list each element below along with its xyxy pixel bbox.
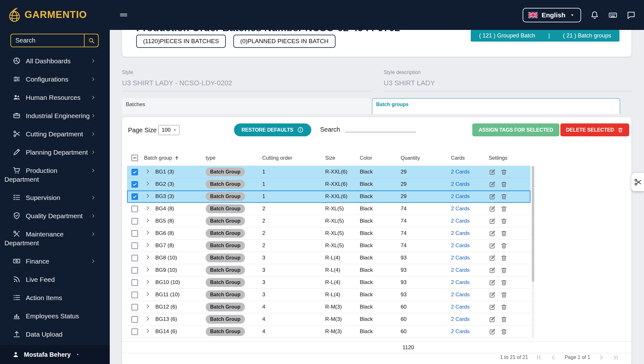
expand-row-icon[interactable] xyxy=(145,303,151,310)
planned-pieces-button[interactable]: (0)PLANNED PIECES IN BATCH xyxy=(233,35,335,48)
delete-icon[interactable] xyxy=(500,242,508,249)
column-header-batch-group[interactable]: Batch group xyxy=(141,155,203,161)
last-page-icon[interactable] xyxy=(612,354,619,361)
row-checkbox[interactable] xyxy=(131,193,138,200)
expand-row-icon[interactable] xyxy=(145,230,151,236)
tab-batches[interactable]: Batches xyxy=(122,98,372,114)
notifications-icon[interactable] xyxy=(590,10,599,20)
cards-link[interactable]: 2 Cards xyxy=(451,267,470,273)
select-all-checkbox[interactable] xyxy=(131,155,138,161)
row-checkbox[interactable] xyxy=(131,279,138,286)
expand-row-icon[interactable] xyxy=(145,217,151,224)
edit-icon[interactable] xyxy=(489,168,496,176)
sidebar-item-finance[interactable]: Finance xyxy=(0,252,110,270)
cards-link[interactable]: 2 Cards xyxy=(451,328,470,334)
cards-link[interactable]: 2 Cards xyxy=(451,193,470,199)
keyboard-icon[interactable] xyxy=(608,10,618,20)
sidebar-item-human-resources[interactable]: Human Resources xyxy=(0,88,110,107)
next-page-icon[interactable] xyxy=(598,354,605,361)
cards-link[interactable]: 2 Cards xyxy=(451,218,470,224)
row-checkbox[interactable] xyxy=(131,206,138,212)
row-checkbox[interactable] xyxy=(131,267,138,274)
first-page-icon[interactable] xyxy=(536,354,542,361)
sidebar-item-all-dashboards[interactable]: All Dashboards xyxy=(0,52,110,70)
cards-link[interactable]: 2 Cards xyxy=(451,255,470,261)
sidebar-item-quality-department[interactable]: Quality Department xyxy=(0,207,110,225)
column-header-cards[interactable]: Cards xyxy=(448,155,486,161)
sidebar-item-cutting-department[interactable]: Cutting Department xyxy=(0,125,110,143)
delete-icon[interactable] xyxy=(500,328,508,335)
delete-icon[interactable] xyxy=(500,279,508,286)
edit-icon[interactable] xyxy=(489,242,496,249)
delete-icon[interactable] xyxy=(500,254,508,262)
column-header-cutting-order[interactable]: Cutting order xyxy=(259,155,322,161)
cards-link[interactable]: 2 Cards xyxy=(451,206,470,212)
menu-icon[interactable] xyxy=(117,10,130,19)
assign-tags-button[interactable]: ASSIGN TAGS FOR SELECTED xyxy=(472,123,559,136)
row-checkbox[interactable] xyxy=(131,169,138,175)
edit-icon[interactable] xyxy=(489,205,496,213)
delete-selected-button[interactable]: DELETE SELECTED xyxy=(560,123,629,136)
sidebar-item-supervision[interactable]: Supervision xyxy=(0,189,110,207)
edit-icon[interactable] xyxy=(489,181,496,188)
user-menu[interactable]: Mostafa Behery xyxy=(0,345,110,364)
sidebar-item-production-department[interactable]: Production Department xyxy=(0,162,110,189)
row-checkbox[interactable] xyxy=(131,242,138,249)
previous-page-icon[interactable] xyxy=(550,354,557,361)
edit-icon[interactable] xyxy=(489,267,496,274)
cards-link[interactable]: 2 Cards xyxy=(451,279,470,285)
floating-tools-button[interactable] xyxy=(631,173,644,191)
column-header-settings[interactable]: Settings xyxy=(486,155,530,161)
sidebar-item-live-feed[interactable]: Live Feed xyxy=(0,270,110,289)
expand-row-icon[interactable] xyxy=(145,193,151,199)
delete-icon[interactable] xyxy=(500,205,508,213)
restore-defaults-button[interactable]: RESTORE DEFAULTS xyxy=(234,123,311,136)
delete-icon[interactable] xyxy=(500,267,508,274)
edit-icon[interactable] xyxy=(489,328,496,335)
expand-row-icon[interactable] xyxy=(145,180,151,187)
scrollbar-thumb[interactable] xyxy=(532,166,534,282)
column-header-type[interactable]: type xyxy=(203,155,259,161)
language-selector[interactable]: English xyxy=(523,8,581,22)
expand-row-icon[interactable] xyxy=(145,291,151,297)
row-checkbox[interactable] xyxy=(131,181,138,188)
delete-icon[interactable] xyxy=(500,181,508,188)
chat-icon[interactable] xyxy=(626,10,636,20)
cards-link[interactable]: 2 Cards xyxy=(451,181,470,187)
expand-row-icon[interactable] xyxy=(145,316,151,322)
edit-icon[interactable] xyxy=(489,316,496,323)
row-checkbox[interactable] xyxy=(131,316,138,323)
expand-row-icon[interactable] xyxy=(145,168,151,174)
cards-link[interactable]: 2 Cards xyxy=(451,316,470,322)
sidebar-item-employees-status[interactable]: Employees Status xyxy=(0,307,110,325)
cards-link[interactable]: 2 Cards xyxy=(451,292,470,298)
cards-link[interactable]: 2 Cards xyxy=(451,169,470,175)
delete-icon[interactable] xyxy=(500,193,508,200)
cards-link[interactable]: 2 Cards xyxy=(451,230,470,236)
sidebar-item-maintenance-department[interactable]: Maintenance Department xyxy=(0,225,110,252)
delete-icon[interactable] xyxy=(500,218,508,225)
edit-icon[interactable] xyxy=(489,230,496,237)
search-input[interactable] xyxy=(11,34,84,47)
expand-row-icon[interactable] xyxy=(145,242,151,248)
sidebar-item-data-upload[interactable]: Data Upload xyxy=(0,325,110,344)
column-header-quantity[interactable]: Quantity xyxy=(397,155,448,161)
sidebar-item-planning-department[interactable]: Planning Department xyxy=(0,143,110,162)
row-checkbox[interactable] xyxy=(131,218,138,225)
edit-icon[interactable] xyxy=(489,304,496,311)
expand-row-icon[interactable] xyxy=(145,279,151,285)
row-checkbox[interactable] xyxy=(131,304,138,310)
edit-icon[interactable] xyxy=(489,193,496,200)
row-checkbox[interactable] xyxy=(131,328,138,335)
delete-icon[interactable] xyxy=(500,291,508,299)
expand-row-icon[interactable] xyxy=(145,205,151,211)
tab-batch-groups[interactable]: Batch groups xyxy=(372,98,620,114)
cards-link[interactable]: 2 Cards xyxy=(451,242,470,248)
column-header-color[interactable]: Color xyxy=(357,155,397,161)
delete-icon[interactable] xyxy=(500,304,508,311)
table-search-input[interactable] xyxy=(345,121,416,132)
row-checkbox[interactable] xyxy=(131,292,138,298)
expand-row-icon[interactable] xyxy=(145,266,151,273)
expand-row-icon[interactable] xyxy=(145,328,151,334)
search-button[interactable] xyxy=(84,34,98,47)
